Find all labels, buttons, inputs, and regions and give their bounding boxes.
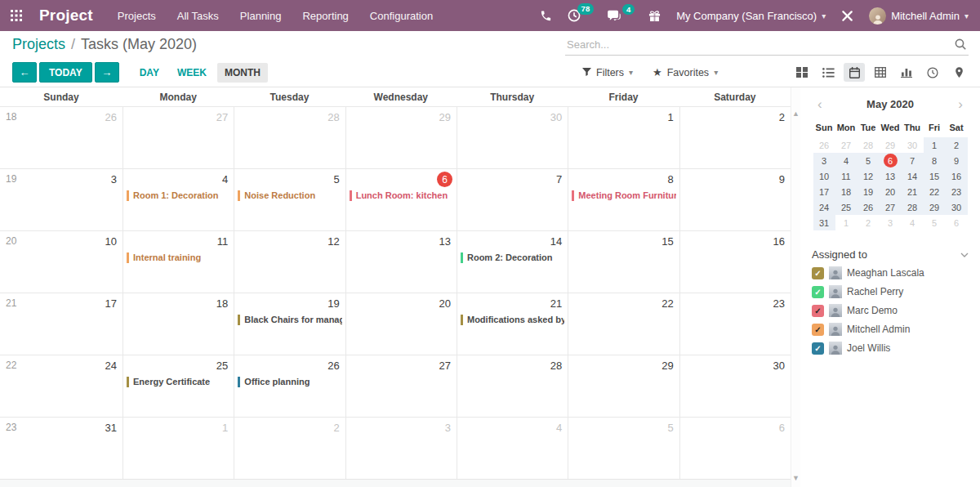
calendar-day-cell[interactable]: 2010 — [0, 231, 122, 293]
calendar-day-cell[interactable]: 1 — [568, 107, 679, 168]
calendar-event[interactable]: Black Chairs for managers — [238, 313, 341, 326]
mini-calendar-day[interactable]: 26 — [858, 199, 880, 215]
mini-calendar-day[interactable]: 2 — [946, 137, 968, 153]
person-filter-checkbox[interactable]: ✓ — [812, 267, 824, 279]
mini-calendar-day[interactable]: 5 — [858, 153, 880, 168]
calendar-day-cell[interactable]: 7 — [457, 169, 568, 230]
calendar-event[interactable]: Office planning — [238, 375, 341, 388]
mini-calendar-day[interactable]: 5 — [924, 215, 946, 230]
calendar-event[interactable]: Energy Certificate — [127, 375, 230, 388]
mini-calendar-day[interactable]: 1 — [924, 137, 946, 153]
calendar-day-cell[interactable]: 29 — [568, 355, 679, 417]
calendar-day-cell[interactable]: 1 — [122, 418, 234, 479]
calendar-day-cell[interactable]: 8Meeting Room Furniture — [568, 169, 679, 230]
mini-calendar-day[interactable]: 6 — [880, 153, 902, 168]
mini-calendar-day[interactable]: 11 — [835, 168, 858, 184]
calendar-day-cell[interactable]: 30 — [679, 355, 791, 417]
mini-calendar-day[interactable]: 28 — [902, 199, 924, 215]
calendar-day-cell[interactable]: 9 — [679, 169, 791, 230]
today-button[interactable]: TODAY — [39, 62, 92, 83]
calendar-day-cell[interactable]: 6Lunch Room: kitchen — [345, 169, 457, 230]
app-brand[interactable]: Project — [39, 7, 93, 25]
vertical-scrollbar[interactable]: ▲ ▼ — [791, 87, 800, 487]
nav-menu-reporting[interactable]: Reporting — [302, 10, 348, 22]
mini-calendar-day[interactable]: 10 — [813, 168, 835, 184]
mini-calendar-day[interactable]: 31 — [813, 215, 835, 230]
mini-calendar-day[interactable]: 30 — [946, 199, 968, 215]
calendar-day-cell[interactable]: 2331 — [0, 418, 122, 479]
view-map-icon[interactable] — [948, 63, 969, 82]
calendar-day-cell[interactable]: 4Room 1: Decoration — [122, 169, 234, 230]
calendar-day-cell[interactable]: 23 — [679, 293, 791, 355]
view-activity-icon[interactable] — [922, 63, 943, 82]
mini-calendar-day[interactable]: 15 — [924, 168, 946, 184]
breadcrumb-parent[interactable]: Projects — [12, 36, 65, 53]
mini-calendar-day[interactable]: 4 — [835, 153, 858, 168]
mini-calendar-day[interactable]: 12 — [858, 168, 880, 184]
mini-calendar-day[interactable]: 6 — [946, 215, 968, 230]
mini-calendar-day[interactable]: 9 — [946, 153, 968, 168]
mini-calendar-day[interactable]: 22 — [924, 184, 946, 199]
nav-menu-configuration[interactable]: Configuration — [370, 10, 433, 22]
scale-day[interactable]: DAY — [132, 63, 167, 83]
mini-calendar-day[interactable]: 29 — [880, 137, 902, 153]
calendar-day-cell[interactable]: 2224 — [0, 355, 122, 417]
mini-calendar-day[interactable]: 14 — [902, 168, 924, 184]
mini-calendar-day[interactable]: 18 — [835, 184, 858, 199]
calendar-day-cell[interactable]: 26Office planning — [234, 355, 345, 417]
calendar-day-cell[interactable]: 3 — [345, 418, 457, 479]
calendar-day-cell[interactable]: 18 — [122, 293, 234, 355]
mini-calendar-day[interactable]: 8 — [924, 153, 946, 168]
calendar-day-cell[interactable]: 5Noise Reduction — [234, 169, 345, 230]
calendar-day-cell[interactable]: 29 — [345, 107, 457, 168]
nav-menu-all-tasks[interactable]: All Tasks — [177, 10, 219, 22]
mini-calendar-day[interactable]: 26 — [813, 137, 835, 153]
mini-calendar-day[interactable]: 29 — [924, 199, 946, 215]
person-filter-checkbox[interactable]: ✓ — [812, 286, 824, 298]
calendar-day-cell[interactable]: 2 — [679, 107, 791, 168]
calendar-day-cell[interactable]: 28 — [234, 107, 345, 168]
assigned-to-header[interactable]: Assigned to — [812, 248, 969, 261]
prev-period-button[interactable]: ← — [12, 62, 37, 83]
favorites-menu[interactable]: ★ Favorites ▾ — [653, 66, 718, 78]
scale-month[interactable]: MONTH — [217, 63, 268, 83]
calendar-day-cell[interactable]: 11Internal training — [122, 231, 234, 293]
mini-calendar-day[interactable]: 23 — [946, 184, 968, 199]
person-filter-checkbox[interactable]: ✓ — [812, 342, 824, 355]
calendar-day-cell[interactable]: 5 — [568, 418, 679, 479]
activities-icon[interactable]: 78 — [568, 9, 581, 22]
calendar-day-cell[interactable]: 2117 — [0, 293, 122, 355]
calendar-day-cell[interactable]: 14Room 2: Decoration — [457, 231, 568, 293]
apps-menu-icon[interactable] — [0, 0, 33, 31]
calendar-day-cell[interactable]: 16 — [679, 231, 791, 293]
view-list-icon[interactable] — [817, 63, 839, 82]
messages-icon[interactable]: 4 — [608, 10, 621, 22]
phone-icon[interactable] — [540, 10, 552, 22]
calendar-day-cell[interactable]: 193 — [0, 169, 122, 230]
mini-calendar-day[interactable]: 25 — [835, 199, 858, 215]
mini-next-icon[interactable]: › — [956, 97, 965, 111]
calendar-day-cell[interactable]: 27 — [122, 107, 234, 168]
calendar-day-cell[interactable]: 25Energy Certificate — [122, 355, 234, 417]
calendar-day-cell[interactable]: 2 — [234, 418, 345, 479]
view-pivot-icon[interactable] — [870, 63, 891, 82]
calendar-day-cell[interactable]: 15 — [568, 231, 679, 293]
mini-calendar-day[interactable]: 24 — [813, 199, 835, 215]
scroll-up-icon[interactable]: ▲ — [792, 110, 800, 118]
scroll-down-icon[interactable]: ▼ — [792, 475, 800, 482]
calendar-day-cell[interactable]: 6 — [679, 418, 791, 479]
view-graph-icon[interactable] — [896, 63, 917, 82]
user-menu[interactable]: Mitchell Admin ▾ — [869, 7, 969, 25]
person-filter-checkbox[interactable]: ✓ — [812, 305, 824, 317]
calendar-day-cell[interactable]: 21Modifications asked by the c — [457, 293, 568, 355]
gift-icon[interactable] — [648, 10, 661, 22]
calendar-day-cell[interactable]: 12 — [234, 231, 345, 293]
mini-calendar-day[interactable]: 28 — [858, 137, 880, 153]
mini-calendar-day[interactable]: 3 — [813, 153, 835, 168]
mini-prev-icon[interactable]: ‹ — [815, 97, 825, 111]
view-calendar-icon[interactable] — [844, 63, 865, 82]
mini-calendar-day[interactable]: 27 — [835, 137, 858, 153]
calendar-event[interactable]: Noise Reduction — [238, 189, 341, 202]
calendar-day-cell[interactable]: 30 — [457, 107, 568, 168]
mini-calendar-day[interactable]: 30 — [902, 137, 924, 153]
